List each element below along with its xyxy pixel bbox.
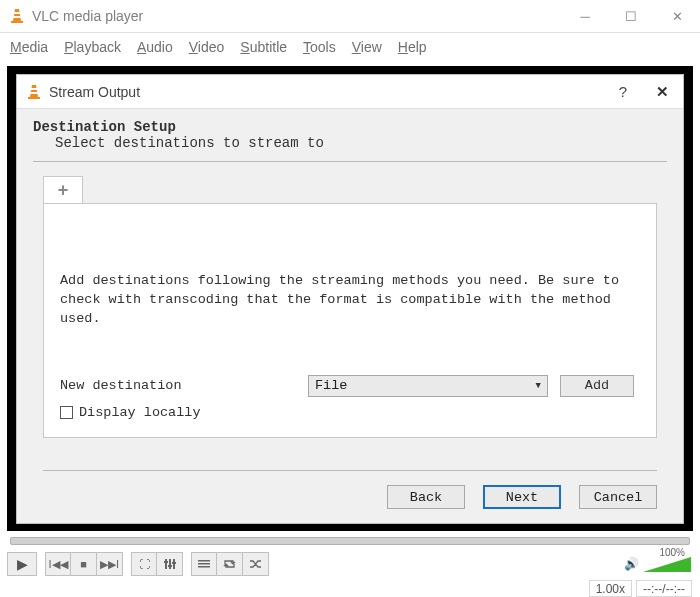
dialog-button-row: Back Next Cancel	[43, 485, 657, 509]
svg-rect-9	[169, 559, 171, 569]
vlc-cone-icon	[10, 8, 24, 24]
dialog-titlebar: Stream Output ? ✕	[17, 75, 683, 109]
back-button[interactable]: Back	[387, 485, 465, 509]
dialog-subheading: Select destinations to stream to	[55, 135, 667, 151]
dialog-header: Destination Setup Select destinations to…	[17, 109, 683, 157]
add-tab-button[interactable]: +	[43, 176, 83, 203]
menu-playback[interactable]: Playback	[64, 39, 121, 55]
dialog-body: + Add destinations following the streami…	[17, 162, 683, 466]
dialog-close-button[interactable]: ✕	[641, 83, 683, 101]
control-row: ▶ I◀◀ ■ ▶▶I ⛶ 100% 🔊	[7, 549, 693, 579]
volume-slider[interactable]	[643, 557, 691, 572]
maximize-button[interactable]: ☐	[608, 0, 654, 32]
player-controls: ▶ I◀◀ ■ ▶▶I ⛶ 100% 🔊	[7, 534, 693, 579]
svg-rect-8	[165, 559, 167, 569]
dialog-heading: Destination Setup	[33, 119, 667, 135]
dialog-title: Stream Output	[49, 84, 605, 100]
display-locally-label: Display locally	[79, 405, 201, 420]
display-locally-row: Display locally	[60, 405, 640, 420]
time-display: --:--/--:--	[636, 580, 692, 597]
instruction-text: Add destinations following the streaming…	[60, 272, 640, 329]
svg-rect-12	[168, 565, 172, 567]
status-bar: 1.00x --:--/--:--	[0, 579, 700, 597]
cancel-button[interactable]: Cancel	[579, 485, 657, 509]
seek-bar[interactable]	[7, 534, 693, 548]
svg-marker-0	[13, 9, 21, 21]
video-area: Stream Output ? ✕ Destination Setup Sele…	[7, 66, 693, 531]
play-button[interactable]: ▶	[7, 552, 37, 576]
menu-media[interactable]: Media	[10, 39, 48, 55]
chevron-down-icon: ▼	[536, 381, 541, 391]
svg-rect-1	[14, 12, 20, 14]
shuffle-button[interactable]	[243, 552, 269, 576]
menu-subtitle[interactable]: Subtitle	[240, 39, 287, 55]
svg-rect-15	[198, 563, 210, 565]
svg-rect-2	[13, 16, 20, 18]
dialog-footer: Back Next Cancel	[17, 466, 683, 523]
svg-rect-13	[172, 562, 176, 564]
svg-rect-5	[31, 88, 37, 90]
menubar: Media Playback Audio Video Subtitle Tool…	[0, 33, 700, 61]
tab-strip: +	[43, 176, 657, 203]
add-button[interactable]: Add	[560, 375, 634, 397]
next-button[interactable]: ▶▶I	[97, 552, 123, 576]
playback-group: I◀◀ ■ ▶▶I	[45, 552, 123, 576]
playback-speed[interactable]: 1.00x	[589, 580, 632, 597]
loop-button[interactable]	[217, 552, 243, 576]
stream-output-dialog: Stream Output ? ✕ Destination Setup Sele…	[16, 74, 684, 524]
new-destination-label: New destination	[60, 378, 308, 393]
stop-button[interactable]: ■	[71, 552, 97, 576]
close-window-button[interactable]: ✕	[654, 0, 700, 32]
previous-button[interactable]: I◀◀	[45, 552, 71, 576]
menu-view[interactable]: View	[352, 39, 382, 55]
svg-rect-16	[198, 566, 210, 568]
svg-rect-14	[198, 560, 210, 562]
playlist-group	[191, 552, 269, 576]
volume-label: 100%	[659, 547, 685, 558]
tab-page: Add destinations following the streaming…	[43, 203, 657, 438]
divider	[43, 470, 657, 471]
destination-row: New destination File ▼ Add	[60, 375, 640, 397]
minimize-button[interactable]: ─	[562, 0, 608, 32]
next-button[interactable]: Next	[483, 485, 561, 509]
fullscreen-button[interactable]: ⛶	[131, 552, 157, 576]
svg-rect-3	[11, 21, 23, 23]
vlc-cone-icon	[27, 84, 41, 100]
destination-select[interactable]: File ▼	[308, 375, 548, 397]
svg-rect-6	[30, 92, 37, 94]
destination-select-value: File	[315, 378, 347, 393]
menu-video[interactable]: Video	[189, 39, 225, 55]
menu-help[interactable]: Help	[398, 39, 427, 55]
window-title: VLC media player	[32, 8, 562, 24]
speaker-icon: 🔊	[624, 557, 639, 571]
seek-track	[10, 537, 690, 545]
svg-marker-4	[30, 85, 38, 97]
volume-control[interactable]: 100% 🔊	[624, 557, 691, 572]
display-locally-checkbox[interactable]	[60, 406, 73, 419]
titlebar: VLC media player ─ ☐ ✕	[0, 0, 700, 33]
playlist-button[interactable]	[191, 552, 217, 576]
help-button[interactable]: ?	[605, 83, 641, 100]
svg-rect-11	[164, 561, 168, 563]
menu-tools[interactable]: Tools	[303, 39, 336, 55]
svg-rect-7	[28, 97, 40, 99]
extended-settings-button[interactable]	[157, 552, 183, 576]
window-buttons: ─ ☐ ✕	[562, 0, 700, 32]
menu-audio[interactable]: Audio	[137, 39, 173, 55]
view-group: ⛶	[131, 552, 183, 576]
